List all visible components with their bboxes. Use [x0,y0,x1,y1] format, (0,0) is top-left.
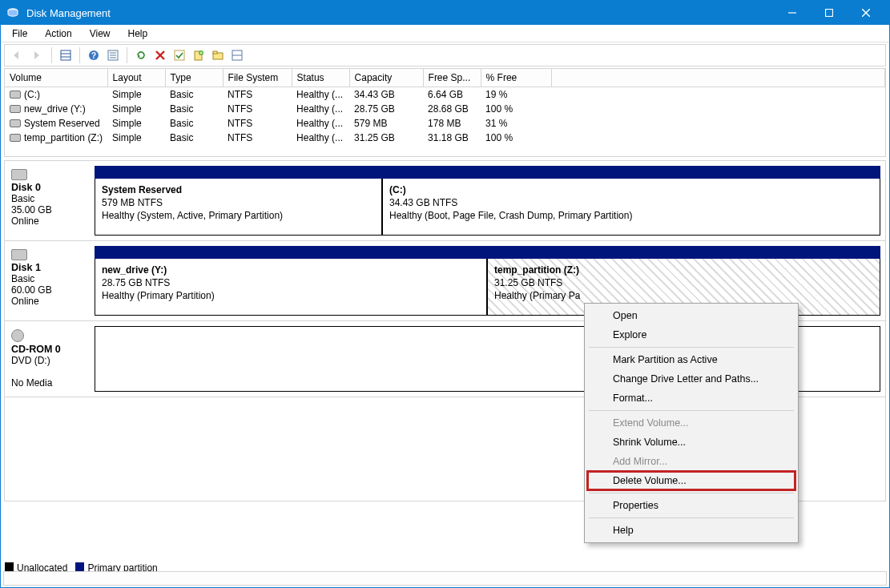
ctx-separator [589,347,794,348]
volume-icon [10,91,21,99]
col-capacity[interactable]: Capacity [349,69,423,87]
partition-status: Healthy (System, Active, Primary Partiti… [102,210,283,221]
volume-list[interactable]: Volume Layout Type File System Status Ca… [4,68,886,157]
ctx-separator [589,410,794,411]
menu-action[interactable]: Action [37,26,79,41]
ctx-shrink[interactable]: Shrink Volume... [587,433,795,452]
disk-name: Disk 1 [11,262,41,273]
ctx-extend: Extend Volume... [587,413,795,433]
col-fs[interactable]: File System [223,69,292,87]
ctx-explore[interactable]: Explore [587,325,795,344]
svg-rect-16 [175,50,184,60]
volume-row[interactable]: (C:)SimpleBasicNTFSHealthy (...34.43 GB6… [5,87,885,103]
partition-title: (C:) [389,184,406,195]
partition-title: temp_partition (Z:) [494,264,579,276]
partition-c[interactable]: (C:) 34.43 GB NTFS Healthy (Boot, Page F… [382,166,880,236]
minimize-button[interactable] [774,1,811,25]
window-title: Disk Management [26,7,774,19]
toolbar-separator [79,47,80,63]
partition-new-drive[interactable]: new_drive (Y:) 28.75 GB NTFS Healthy (Pr… [95,246,487,316]
partition-status: Healthy (Boot, Page File, Crash Dump, Pr… [389,210,632,221]
svg-rect-2 [826,10,833,17]
ctx-properties[interactable]: Properties [587,496,795,515]
partition-sub: 31.25 GB NTFS [494,277,562,288]
swatch-primary [75,562,84,571]
check-button[interactable] [171,46,188,64]
partition-sub: 28.75 GB NTFS [102,277,170,288]
ctx-separator [589,518,794,518]
toolbar-separator [51,47,52,63]
partition-system-reserved[interactable]: System Reserved 579 MB NTFS Healthy (Sys… [95,166,382,236]
col-status[interactable]: Status [292,69,349,87]
disk-state: Online [11,296,39,307]
disk-name: Disk 0 [11,182,41,193]
volume-icon [10,134,21,142]
properties-button[interactable] [104,46,122,64]
app-icon [6,6,20,20]
cdrom-label[interactable]: CD-ROM 0 DVD (D:) No Media [10,326,93,392]
partition-status: Healthy (Primary Partition) [102,290,215,301]
toolbar: ? [4,44,886,66]
cd-empty: No Media [11,377,52,389]
disk-0-label[interactable]: Disk 0 Basic 35.00 GB Online [10,166,93,236]
disk-0-row: Disk 0 Basic 35.00 GB Online System Rese… [5,161,885,241]
disk-state: Online [11,215,39,227]
col-layout[interactable]: Layout [107,69,165,87]
partition-title: System Reserved [102,184,182,195]
ctx-open[interactable]: Open [587,306,795,325]
partition-status: Healthy (Primary Pa [494,290,580,301]
ctx-change-letter[interactable]: Change Drive Letter and Paths... [587,369,795,389]
disk-type: Basic [11,273,34,284]
menu-view[interactable]: View [82,26,119,41]
forward-button [29,46,46,64]
detail-pane-button[interactable] [228,46,246,64]
new-folder-button[interactable] [209,46,227,64]
ctx-separator [589,493,794,493]
col-volume[interactable]: Volume [5,69,107,87]
context-menu: Open Explore Mark Partition as Active Ch… [584,303,799,543]
disk-icon [11,249,27,260]
swatch-unallocated [5,562,14,571]
delete-button[interactable] [151,46,169,64]
svg-text:?: ? [91,51,96,60]
ctx-delete-volume[interactable]: Delete Volume... [587,471,795,490]
menu-bar: File Action View Help [1,25,889,42]
disk-icon [11,169,27,180]
disk-type: Basic [11,193,34,204]
ctx-help[interactable]: Help [587,521,795,540]
list-view-button[interactable] [57,46,75,64]
partition-sub: 579 MB NTFS [102,197,163,208]
menu-file[interactable]: File [4,26,35,41]
new-item-button[interactable] [190,46,207,64]
partition-sub: 34.43 GB NTFS [389,197,457,208]
status-bar [3,571,887,586]
toolbar-separator [127,47,127,63]
cd-dev: DVD (D:) [11,355,50,366]
disk-name: CD-ROM 0 [11,344,61,355]
partition-title: new_drive (Y:) [102,264,167,276]
cd-icon [11,329,24,342]
disk-size: 35.00 GB [11,204,52,215]
col-type[interactable]: Type [165,69,223,87]
ctx-mark-active[interactable]: Mark Partition as Active [587,350,795,369]
menu-help[interactable]: Help [120,26,156,41]
maximize-button[interactable] [811,1,848,25]
col-spacer [551,69,884,87]
volume-row[interactable]: System ReservedSimpleBasicNTFSHealthy (.… [5,116,885,131]
back-button [10,46,27,64]
refresh-button[interactable] [132,46,150,64]
volume-row[interactable]: temp_partition (Z:)SimpleBasicNTFSHealth… [5,131,885,145]
volume-row[interactable]: new_drive (Y:)SimpleBasicNTFSHealthy (..… [5,102,885,116]
disk-1-label[interactable]: Disk 1 Basic 60.00 GB Online [10,246,93,316]
ctx-add-mirror: Add Mirror... [587,452,795,471]
volume-icon [10,119,21,127]
col-pct[interactable]: % Free [481,69,551,87]
disk-size: 60.00 GB [11,284,52,296]
col-free[interactable]: Free Sp... [423,69,481,87]
title-bar: Disk Management [1,1,889,25]
help-button[interactable]: ? [85,46,103,64]
volume-icon [10,105,21,113]
svg-rect-22 [213,51,217,54]
ctx-format[interactable]: Format... [587,389,795,408]
close-button[interactable] [848,1,884,25]
